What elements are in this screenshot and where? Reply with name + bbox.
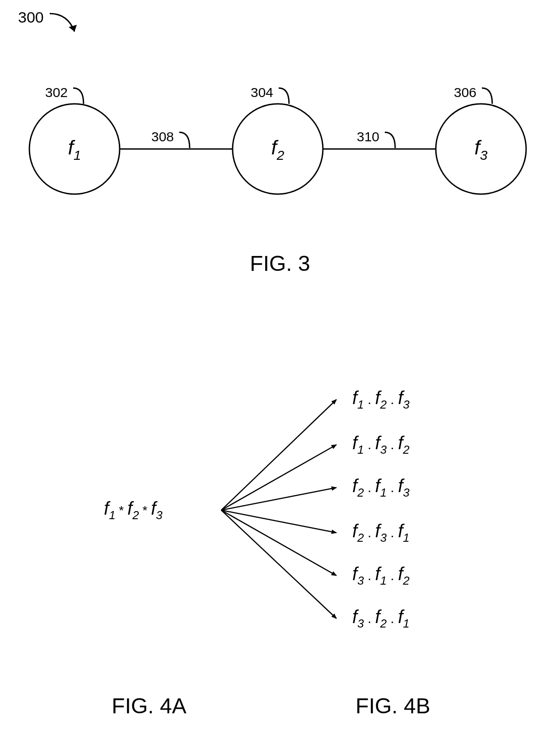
perm-2: f1 . f3 . f2 [352, 433, 410, 456]
ref-310: 310 [357, 129, 379, 144]
arrow-perm-5 [221, 510, 336, 576]
permutation-list: f1 . f2 . f3 f1 . f3 . f2 f2 . f1 . f3 f… [352, 388, 410, 630]
ref-310-hook [385, 132, 395, 148]
ref-304: 304 [251, 85, 273, 100]
node-f3-label: f3 [475, 136, 488, 163]
arrow-perm-3 [221, 488, 336, 510]
node-f2-label: f2 [271, 136, 285, 163]
perm-6: f3 . f2 . f1 [352, 607, 410, 630]
ref-302-hook [73, 88, 84, 104]
ref-306-hook [482, 88, 492, 104]
figure-3: 300 f1 302 f2 304 f3 306 308 310 [0, 0, 560, 289]
ref-308: 308 [151, 129, 174, 144]
perm-4: f2 . f3 . f1 [352, 521, 410, 544]
perm-1: f1 . f2 . f3 [352, 388, 410, 411]
arrow-perm-6 [221, 510, 336, 618]
source-expression: f1 * f2 * f3 [104, 498, 163, 522]
ref-304-hook [279, 88, 289, 104]
ref-300: 300 [18, 9, 44, 26]
ref-300-arrow [50, 14, 75, 32]
node-f1-label: f1 [68, 136, 81, 163]
ref-306: 306 [454, 85, 476, 100]
ref-302: 302 [45, 85, 68, 100]
arrow-perm-4 [221, 510, 336, 533]
fig4a-caption: FIG. 4A [112, 694, 186, 718]
perm-3: f2 . f1 . f3 [352, 476, 410, 499]
figure-4: f1 * f2 * f3 f1 . f2 . f3 f1 . f3 . f2 f… [0, 343, 560, 740]
fig4b-caption: FIG. 4B [355, 694, 430, 718]
ref-300-arrowhead [69, 25, 77, 32]
ref-308-hook [179, 132, 190, 148]
fig3-caption: FIG. 3 [250, 251, 310, 275]
perm-5: f3 . f1 . f2 [352, 564, 410, 587]
